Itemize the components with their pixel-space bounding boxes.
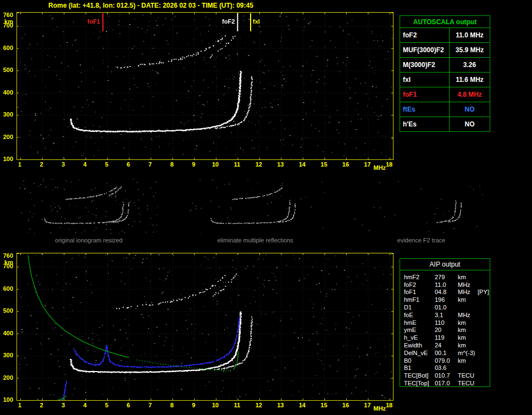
parameter-value: 3.26: [450, 58, 490, 72]
x-axis-tick-label: 7: [145, 402, 155, 408]
autoscala-row-M(3000)F2: M(3000)F23.26: [400, 58, 490, 73]
x-axis-tick-label: 7: [145, 161, 155, 168]
parameter-name: M(3000)F2: [400, 58, 450, 72]
thumbnail-caption-original: original ionogram resized: [19, 237, 158, 244]
scaled-ionogram-plot: [16, 12, 394, 160]
x-axis-tick-label: 10: [210, 402, 220, 408]
x-axis-tick-label: 1: [15, 161, 25, 168]
y-axis-tick-label: 300: [0, 352, 13, 358]
y-axis-tick-label: 400: [0, 89, 13, 96]
x-axis-tick-label: 5: [102, 402, 112, 408]
aip-row-D1: D101.0: [404, 303, 490, 311]
aip-name: foF2: [404, 281, 435, 288]
y-axis-tick-label: 760: [0, 252, 13, 259]
aip-value: 119: [435, 334, 458, 341]
aip-unit: km: [458, 274, 478, 280]
x-axis-unit-label: MHz: [373, 164, 386, 171]
thumbnail-canvas: [186, 179, 325, 234]
x-axis-tick-label: 4: [80, 161, 90, 168]
x-axis-tick-label: 16: [341, 402, 351, 408]
aip-unit: km: [458, 357, 478, 364]
aip-value: 03.6: [435, 364, 458, 371]
aip-value: 279: [435, 274, 458, 280]
y-axis-tick-label: 400: [0, 330, 13, 336]
aip-value: 196: [435, 296, 458, 303]
aip-name: TEC[Bot]: [404, 372, 435, 379]
autoscala-app: Rome (lat: +41.8, lon: 012.5) - DATE: 20…: [0, 0, 532, 415]
aip-value: 24: [435, 342, 458, 348]
y-axis-tick-label: 700: [0, 22, 13, 29]
aip-unit: MHz: [458, 312, 478, 318]
x-axis-tick-label: 15: [319, 402, 329, 408]
marker-label-fxI: fxI: [253, 18, 260, 25]
aip-table-title: AIP output: [400, 259, 490, 270]
aip-name: TEC[Top]: [404, 380, 435, 386]
aip-name: hmF2: [404, 274, 435, 280]
aip-name: h_vE: [404, 334, 435, 341]
aip-row-hmF1: hmF1196km: [404, 296, 490, 303]
aip-value: 017.0: [435, 380, 458, 386]
marker-label-foF2: foF2: [222, 18, 235, 25]
aip-value: 01.0: [435, 304, 458, 311]
aip-unit: km: [458, 334, 478, 341]
aip-output-table: AIP output hmF2279kmfoF211.0MHzfoF104.8M…: [400, 258, 490, 387]
aip-name: hmF1: [404, 296, 435, 303]
aip-row-hmE: hmE110km: [404, 319, 490, 327]
x-axis-tick-label: 11: [232, 161, 242, 168]
aip-row-foF1: foF104.8MHz[PY]: [404, 289, 490, 296]
x-axis-tick-label: 2: [37, 161, 47, 168]
x-axis-tick-label: 6: [124, 161, 134, 168]
parameter-name: foF2: [400, 28, 450, 42]
parameter-name: h'Es: [400, 117, 450, 131]
autoscala-row-foF1: foF14.8 MHz: [400, 87, 490, 102]
aip-unit: MHz: [458, 281, 478, 288]
x-axis-tick-label: 8: [167, 402, 177, 408]
autoscala-table-body: foF211.0 MHzMUF(3000)F235.9 MHzM(3000)F2…: [400, 28, 490, 131]
x-axis-tick-label: 3: [58, 161, 68, 168]
aip-row-TEC[Top]: TEC[Top]017.0TECU: [404, 379, 490, 387]
x-axis-tick-label: 17: [362, 161, 372, 168]
aip-name: Ewidth: [404, 342, 435, 348]
profile-ionogram-plot: [16, 253, 394, 401]
aip-row-foE: foE3.1MHz: [404, 311, 490, 319]
x-axis-tick-label: 16: [341, 161, 351, 168]
x-axis-tick-label: 4: [80, 402, 90, 408]
aip-unit: km: [458, 342, 478, 348]
aip-row-Ewidth: Ewidth24km: [404, 341, 490, 349]
aip-row-B0: B0079.0km: [404, 357, 490, 364]
parameter-name: MUF(3000)F2: [400, 43, 450, 57]
autoscala-row-h'Es: h'EsNO: [400, 117, 490, 131]
aip-value: 11.0: [435, 281, 458, 288]
x-axis-unit-label: MHz: [373, 405, 386, 412]
aip-value: 079.0: [435, 357, 458, 364]
y-axis-tick-label: 500: [0, 307, 13, 314]
x-axis-tick-label: 13: [275, 402, 285, 408]
x-axis-tick-label: 3: [58, 402, 68, 408]
aip-value: 00.1: [435, 350, 458, 356]
parameter-value: 11.0 MHz: [450, 28, 490, 42]
y-axis-tick-label: 700: [0, 263, 13, 269]
aip-row-B1: B103.6: [404, 364, 490, 372]
thumbnail-caption-evidence: evidence F2 trace: [352, 237, 491, 244]
y-axis-tick-label: 300: [0, 111, 13, 118]
parameter-value: 4.8 MHz: [450, 87, 490, 102]
x-axis-tick-label: 6: [124, 402, 134, 408]
aip-row-TEC[Bot]: TEC[Bot]010.7TECU: [404, 372, 490, 379]
aip-value: 04.8: [435, 289, 458, 295]
y-axis-tick-label: 200: [0, 134, 13, 140]
y-axis-tick-label: 760: [0, 12, 13, 18]
parameter-value: NO: [450, 102, 490, 117]
aip-name: DelN_vE: [404, 350, 435, 356]
aip-note: [PY]: [478, 289, 490, 295]
y-axis-tick-label: 200: [0, 374, 13, 381]
y-axis-tick-label: 600: [0, 45, 13, 51]
x-axis-tick-label: 8: [167, 161, 177, 168]
aip-unit: m^(-3): [458, 350, 478, 356]
aip-unit: km: [458, 319, 478, 326]
aip-row-ymE: ymE20km: [404, 327, 490, 334]
y-axis-tick-label: 600: [0, 285, 13, 292]
aip-value: 20: [435, 327, 458, 333]
aip-unit: TECU: [458, 380, 478, 386]
x-axis-tick-label: 15: [319, 161, 329, 168]
x-axis-tick-label: 10: [210, 161, 220, 168]
